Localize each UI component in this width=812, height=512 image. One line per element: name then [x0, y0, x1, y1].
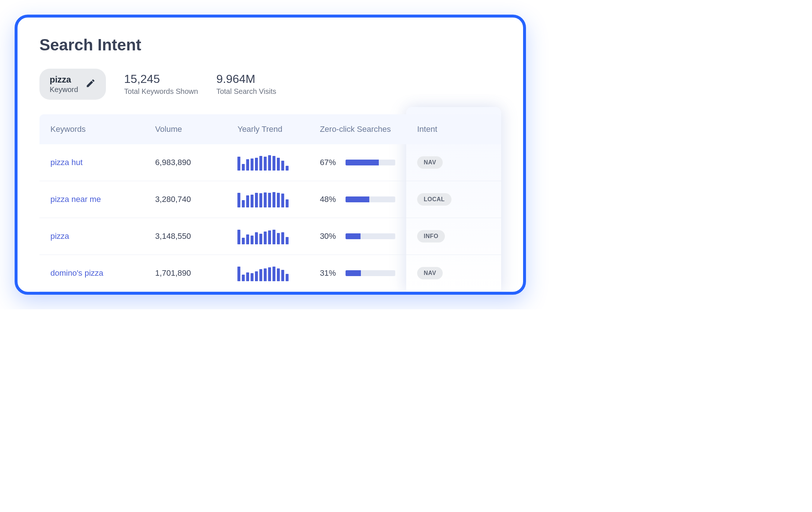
trend-bar	[259, 193, 262, 207]
trend-bar	[281, 194, 284, 207]
trend-bar	[259, 234, 262, 244]
intent-badge: NAV	[417, 267, 443, 279]
zero-click-cell: 67%	[309, 158, 406, 167]
trend-sparkline	[237, 265, 298, 281]
progress-bar	[346, 233, 395, 239]
intent-badge: NAV	[417, 156, 443, 169]
stat-total-visits: 9.964M Total Search Visits	[216, 69, 276, 100]
trend-bar	[255, 158, 258, 171]
trend-bar	[272, 156, 275, 171]
progress-bar	[346, 160, 395, 165]
trend-cell	[226, 265, 309, 281]
trend-bar	[268, 193, 271, 207]
page-title: Search Intent	[39, 36, 501, 54]
stat-label: Total Search Visits	[216, 86, 276, 96]
trend-bar	[251, 236, 253, 244]
progress-fill	[346, 233, 361, 239]
trend-bar	[286, 199, 289, 207]
trend-cell	[226, 154, 309, 171]
keyword-chip[interactable]: pizza Keyword	[39, 69, 106, 100]
table-row: pizza hut6,983,89067%NAV	[39, 144, 501, 181]
volume-value: 3,148,550	[144, 232, 226, 241]
trend-bar	[246, 234, 249, 244]
th-keywords[interactable]: Keywords	[39, 125, 144, 134]
stat-total-keywords: 15,245 Total Keywords Shown	[124, 69, 198, 100]
trend-bar	[251, 195, 253, 207]
trend-cell	[226, 228, 309, 244]
zero-click-cell: 31%	[309, 268, 406, 278]
trend-bar	[259, 156, 262, 171]
zero-click-percent: 30%	[320, 232, 340, 241]
trend-bar	[264, 268, 267, 281]
trend-bar	[268, 230, 271, 244]
keyword-link[interactable]: pizza near me	[39, 195, 144, 204]
zero-click-cell: 30%	[309, 232, 406, 241]
trend-bar	[237, 230, 240, 244]
table-header: Keywords Volume Yearly Trend Zero-click …	[39, 114, 501, 144]
keyword-label: Keyword	[50, 85, 78, 94]
progress-bar	[346, 270, 395, 276]
table-body: pizza hut6,983,89067%NAVpizza near me3,2…	[39, 144, 501, 292]
progress-fill	[346, 270, 361, 276]
trend-bar	[268, 267, 271, 281]
keyword-link[interactable]: domino's pizza	[39, 268, 144, 278]
th-volume[interactable]: Volume	[144, 125, 226, 134]
trend-bar	[237, 193, 240, 207]
keyword-value: pizza	[50, 74, 78, 85]
stats-row: pizza Keyword 15,245 Total Keywords Show…	[39, 69, 501, 100]
trend-bar	[259, 269, 262, 281]
trend-bar	[237, 157, 240, 170]
trend-bar	[246, 272, 249, 281]
trend-bar	[281, 270, 284, 281]
trend-bar	[255, 232, 258, 244]
search-intent-card: Search Intent pizza Keyword 15,245 Total…	[15, 15, 526, 295]
edit-icon[interactable]	[85, 78, 96, 90]
th-intent[interactable]: Intent	[406, 125, 501, 134]
intent-cell: NAV	[406, 267, 501, 279]
trend-bar	[272, 230, 275, 244]
trend-bar	[255, 271, 258, 281]
th-zeroclick[interactable]: Zero-click Searches	[309, 125, 406, 134]
trend-bar	[277, 233, 280, 244]
trend-bar	[264, 157, 267, 170]
intent-cell: LOCAL	[406, 193, 501, 206]
intent-badge: LOCAL	[417, 193, 451, 206]
volume-value: 6,983,890	[144, 158, 226, 167]
trend-sparkline	[237, 154, 298, 171]
intent-cell: INFO	[406, 230, 501, 242]
trend-bar	[251, 158, 253, 171]
zero-click-percent: 67%	[320, 158, 340, 167]
trend-bar	[277, 268, 280, 281]
volume-value: 1,701,890	[144, 268, 226, 278]
trend-bar	[286, 166, 289, 171]
trend-bar	[242, 238, 245, 244]
zero-click-percent: 31%	[320, 268, 340, 278]
table-row: pizza near me3,280,74048%LOCAL	[39, 181, 501, 218]
trend-bar	[281, 161, 284, 170]
trend-bar	[264, 232, 267, 244]
trend-cell	[226, 191, 309, 207]
zero-click-cell: 48%	[309, 195, 406, 204]
trend-bar	[286, 237, 289, 244]
trend-bar	[251, 273, 253, 281]
progress-fill	[346, 160, 379, 165]
trend-bar	[277, 158, 280, 171]
th-trend[interactable]: Yearly Trend	[226, 125, 309, 134]
table-row: domino's pizza1,701,89031%NAV	[39, 255, 501, 292]
intent-cell: NAV	[406, 156, 501, 169]
table-row: pizza3,148,55030%INFO	[39, 218, 501, 255]
trend-bar	[242, 164, 245, 171]
trend-bar	[277, 193, 280, 207]
trend-bar	[255, 193, 258, 207]
trend-bar	[242, 275, 245, 281]
zero-click-percent: 48%	[320, 195, 340, 204]
trend-bar	[246, 159, 249, 171]
trend-bar	[264, 192, 267, 207]
keyword-link[interactable]: pizza hut	[39, 158, 144, 167]
intent-badge: INFO	[417, 230, 445, 242]
keyword-link[interactable]: pizza	[39, 232, 144, 241]
stat-value: 15,245	[124, 72, 198, 86]
volume-value: 3,280,740	[144, 195, 226, 204]
table-wrapper: Keywords Volume Yearly Trend Zero-click …	[39, 114, 501, 292]
progress-fill	[346, 196, 369, 202]
